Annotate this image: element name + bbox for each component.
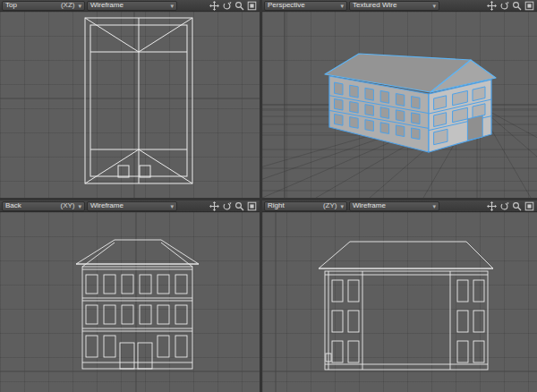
shading-mode-dropdown[interactable]: Textured Wire ▾ — [349, 1, 439, 11]
rotate-icon[interactable] — [222, 201, 232, 211]
view-type-dropdown[interactable]: Back (XY) ▾ — [2, 201, 85, 211]
viewport-top-header: Top (XZ) ▾ Wireframe ▾ — [0, 0, 260, 12]
view-name: Back — [5, 202, 21, 209]
zoom-icon[interactable] — [234, 201, 244, 211]
shading-label: Wireframe — [90, 2, 124, 9]
back-view-wireframe — [0, 212, 260, 392]
shading-mode-dropdown[interactable]: Wireframe ▾ — [349, 201, 439, 211]
maximize-icon[interactable] — [247, 201, 257, 211]
chevron-down-icon: ▾ — [78, 203, 81, 209]
viewport-back-header: Back (XY) ▾ Wireframe ▾ — [0, 200, 260, 212]
viewport-right-header: Right (ZY) ▾ Wireframe ▾ — [262, 200, 537, 212]
view-axis: (ZY) — [323, 202, 341, 209]
chevron-down-icon: ▾ — [170, 3, 174, 9]
viewport-perspective-header: Perspective ▾ Textured Wire ▾ — [262, 0, 537, 12]
viewport-perspective: Perspective ▾ Textured Wire ▾ — [262, 0, 537, 198]
zoom-icon[interactable] — [512, 1, 522, 11]
viewport-tool-icons — [209, 1, 257, 11]
view-type-label: Perspective — [268, 2, 340, 9]
view-axis: (XY) — [60, 202, 78, 209]
viewport-tool-icons — [209, 201, 257, 211]
view-type-label: Top (XZ) — [5, 2, 78, 9]
view-type-label: Back (XY) — [5, 202, 78, 209]
chevron-down-icon: ▾ — [340, 3, 344, 9]
maximize-icon[interactable] — [524, 1, 534, 11]
pan-icon[interactable] — [209, 1, 219, 11]
chevron-down-icon: ▾ — [170, 203, 174, 209]
viewport-tool-icons — [487, 201, 534, 211]
chevron-down-icon: ▾ — [340, 203, 344, 209]
shading-label: Wireframe — [90, 202, 124, 209]
zoom-icon[interactable] — [512, 201, 522, 211]
view-name: Top — [5, 2, 17, 9]
viewport-right: Right (ZY) ▾ Wireframe ▾ — [262, 200, 537, 392]
top-viewport-canvas[interactable] — [0, 12, 260, 198]
chevron-down-icon: ▾ — [432, 203, 436, 209]
viewport-back: Back (XY) ▾ Wireframe ▾ — [0, 200, 260, 392]
shading-mode-dropdown[interactable]: Wireframe ▾ — [87, 201, 177, 211]
chevron-down-icon: ▾ — [432, 3, 436, 9]
rotate-icon[interactable] — [499, 1, 509, 11]
top-view-wireframe — [0, 12, 260, 198]
back-viewport-canvas[interactable] — [0, 212, 260, 392]
right-viewport-canvas[interactable] — [262, 212, 537, 392]
modeler-window: Top (XZ) ▾ Wireframe ▾ — [0, 0, 537, 392]
view-axis: (XZ) — [61, 2, 79, 9]
shading-mode-dropdown[interactable]: Wireframe ▾ — [87, 1, 177, 11]
rotate-icon[interactable] — [222, 1, 232, 11]
view-name: Perspective — [268, 2, 305, 9]
perspective-view-scene — [262, 12, 537, 198]
viewport-top: Top (XZ) ▾ Wireframe ▾ — [0, 0, 260, 198]
pan-icon[interactable] — [487, 1, 497, 11]
pan-icon[interactable] — [209, 201, 219, 211]
viewport-row-bottom: Back (XY) ▾ Wireframe ▾ — [0, 200, 537, 392]
chevron-down-icon: ▾ — [78, 3, 81, 9]
view-name: Right — [268, 202, 285, 209]
view-type-dropdown[interactable]: Right (ZY) ▾ — [264, 201, 347, 211]
pan-icon[interactable] — [487, 201, 497, 211]
rotate-icon[interactable] — [499, 201, 509, 211]
right-view-wireframe — [262, 212, 537, 392]
viewport-row-top: Top (XZ) ▾ Wireframe ▾ — [0, 0, 537, 198]
view-type-label: Right (ZY) — [268, 202, 340, 209]
maximize-icon[interactable] — [247, 1, 257, 11]
perspective-viewport-canvas[interactable] — [262, 12, 537, 198]
viewport-tool-icons — [487, 1, 534, 11]
zoom-icon[interactable] — [234, 1, 244, 11]
view-type-dropdown[interactable]: Top (XZ) ▾ — [2, 1, 85, 11]
shading-label: Wireframe — [353, 202, 386, 209]
maximize-icon[interactable] — [524, 201, 534, 211]
view-type-dropdown[interactable]: Perspective ▾ — [264, 1, 347, 11]
shading-label: Textured Wire — [353, 2, 396, 9]
